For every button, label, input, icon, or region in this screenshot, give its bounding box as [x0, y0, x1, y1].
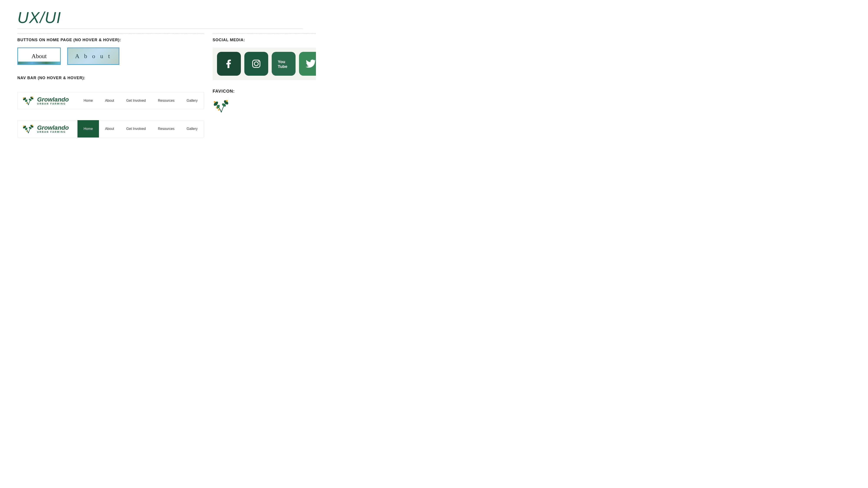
- buttons-section-label: BUTTONS ON HOME PAGE (NO HOVER & HOVER):: [18, 38, 204, 42]
- svg-text:Tube: Tube: [278, 64, 287, 69]
- about-button-hover[interactable]: A b o u t: [67, 47, 119, 65]
- nav-getinvolved-1[interactable]: Get Involved: [120, 92, 152, 109]
- svg-text:You: You: [278, 59, 285, 64]
- favicon-plant-icon: [213, 97, 230, 115]
- navbar-logo-1: Growlando URBAN FARMING: [18, 94, 73, 107]
- right-section: SOCIAL MEDIA:: [204, 33, 316, 137]
- logo-text-1: Growlando URBAN FARMING: [37, 97, 69, 105]
- logo-text-2: Growlando URBAN FARMING: [37, 125, 69, 133]
- logo-plant-icon-1: [22, 94, 35, 107]
- logo-sub-1: URBAN FARMING: [37, 103, 69, 105]
- nav-home-1[interactable]: Home: [78, 92, 99, 109]
- logo-plant-icon-2: [22, 122, 35, 135]
- navbar-nav-1: Home About Get Involved Resources Galler…: [78, 92, 204, 109]
- navbar-section-label: NAV BAR (NO HOVER & HOVER):: [18, 76, 204, 80]
- svg-point-26: [216, 107, 217, 108]
- nav-gallery-2[interactable]: Gallery: [181, 120, 204, 137]
- navbar-section: NAV BAR (NO HOVER & HOVER):: [18, 76, 204, 137]
- instagram-icon[interactable]: [244, 52, 268, 76]
- nav-getinvolved-2[interactable]: Get Involved: [120, 120, 152, 137]
- buttons-section: BUTTONS ON HOME PAGE (NO HOVER & HOVER):…: [18, 33, 204, 65]
- page-title: UX/UI: [18, 9, 303, 27]
- nav-gallery-1[interactable]: Gallery: [181, 92, 204, 109]
- svg-point-13: [26, 131, 27, 132]
- twitter-icon[interactable]: [299, 52, 316, 76]
- svg-point-6: [26, 103, 27, 104]
- svg-point-12: [32, 125, 33, 126]
- nav-about-1[interactable]: About: [99, 92, 120, 109]
- svg-point-23: [214, 101, 215, 103]
- svg-point-15: [254, 62, 258, 66]
- title-section: UX/UI: [18, 9, 303, 29]
- nav-about-2[interactable]: About: [99, 120, 120, 137]
- svg-point-16: [258, 61, 259, 62]
- svg-point-5: [32, 97, 33, 98]
- navbar-nav-2: Home About Get Involved Resources Galler…: [78, 120, 204, 137]
- buttons-row: About A b o u t: [18, 47, 204, 65]
- svg-point-11: [23, 126, 24, 127]
- svg-point-4: [23, 97, 24, 99]
- navbar-hover: Growlando URBAN FARMING Home About Get I…: [18, 120, 204, 137]
- svg-point-25: [218, 109, 219, 110]
- nav-resources-1[interactable]: Resources: [152, 92, 181, 109]
- nav-home-2[interactable]: Home: [78, 120, 99, 137]
- youtube-icon[interactable]: You Tube: [272, 52, 296, 76]
- social-media-label: SOCIAL MEDIA:: [213, 38, 316, 42]
- left-section: BUTTONS ON HOME PAGE (NO HOVER & HOVER):…: [18, 33, 204, 137]
- logo-sub-2: URBAN FARMING: [37, 131, 69, 133]
- about-button-normal[interactable]: About: [18, 47, 61, 65]
- favicon-label: FAVICON:: [213, 89, 316, 94]
- logo-brand-1: Growlando: [37, 97, 69, 103]
- title-divider: [18, 29, 303, 29]
- nav-resources-2[interactable]: Resources: [152, 120, 181, 137]
- logo-brand-2: Growlando: [37, 125, 69, 131]
- navbar-no-hover: Growlando URBAN FARMING Home About Get I…: [18, 92, 204, 109]
- favicon-section: FAVICON:: [213, 89, 316, 116]
- social-icons-row: You Tube: [213, 47, 316, 80]
- social-media-section: SOCIAL MEDIA:: [213, 33, 316, 80]
- facebook-icon[interactable]: [217, 52, 241, 76]
- main-content: BUTTONS ON HOME PAGE (NO HOVER & HOVER):…: [18, 33, 303, 137]
- svg-point-24: [226, 100, 228, 102]
- navbar-logo-2: Growlando URBAN FARMING: [18, 122, 73, 135]
